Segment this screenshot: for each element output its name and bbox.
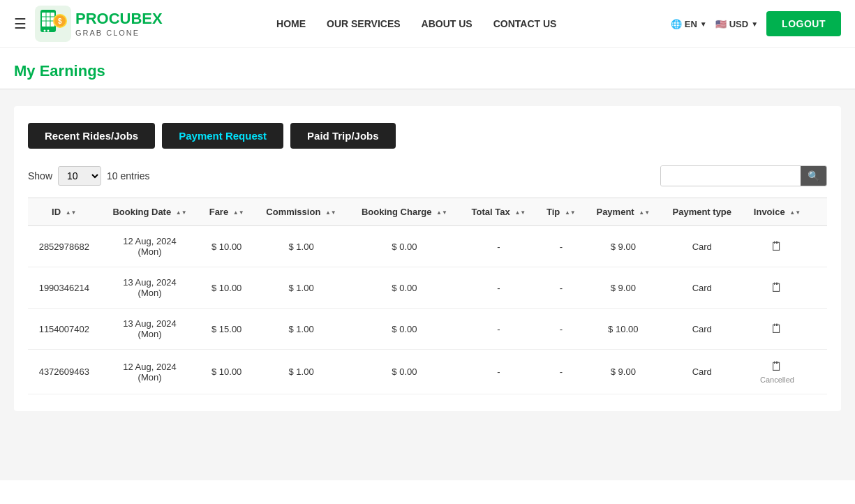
cell-commission: $ 1.00: [254, 226, 348, 267]
sort-arrows-payment[interactable]: ▲▼: [639, 210, 650, 216]
nav-about-us[interactable]: ABOUT US: [422, 18, 473, 29]
col-fare: Fare ▲▼: [199, 198, 254, 226]
invoice-icon[interactable]: 🗒: [771, 322, 783, 336]
cell-id: 1154007402: [28, 309, 101, 350]
cell-total-tax: -: [461, 267, 537, 309]
logo-sub: GRAB CLONE: [75, 29, 163, 38]
sort-arrows-booking-date[interactable]: ▲▼: [176, 210, 187, 216]
lang-label: EN: [685, 19, 697, 29]
cell-booking-date: 12 Aug, 2024(Mon): [101, 350, 200, 394]
cell-booking-date: 12 Aug, 2024(Mon): [101, 226, 200, 267]
sort-arrows-invoice[interactable]: ▲▼: [789, 210, 801, 216]
col-tip: Tip ▲▼: [537, 198, 585, 226]
cell-booking-charge: $ 0.00: [348, 309, 460, 350]
cell-tip: -: [537, 267, 585, 309]
currency-dropdown-arrow: ▼: [751, 20, 758, 28]
nav-our-services[interactable]: OUR SERVICES: [327, 18, 401, 29]
cell-booking-charge: $ 0.00: [348, 350, 460, 394]
sort-arrows-booking-charge[interactable]: ▲▼: [436, 210, 447, 216]
table-row: 1154007402 13 Aug, 2024(Mon) $ 15.00 $ 1…: [28, 309, 827, 350]
tab-paid-trips[interactable]: Paid Trip/Jobs: [290, 123, 396, 149]
sort-arrows-commission[interactable]: ▲▼: [325, 210, 336, 216]
col-extra: [811, 198, 827, 226]
cell-total-tax: -: [461, 226, 537, 267]
earnings-table: ID ▲▼ Booking Date ▲▼ Fare ▲▼ Commission…: [28, 198, 827, 394]
cell-payment-type: Card: [661, 226, 743, 267]
sort-arrows-id[interactable]: ▲▼: [66, 210, 77, 216]
logo-icon: $: [35, 6, 71, 42]
nav-home[interactable]: HOME: [276, 18, 306, 29]
col-commission: Commission ▲▼: [254, 198, 348, 226]
svg-point-11: [47, 30, 50, 32]
tab-recent-rides[interactable]: Recent Rides/Jobs: [28, 123, 155, 149]
cell-invoice: 🗒Cancelled: [743, 350, 811, 394]
lang-dropdown-arrow: ▼: [700, 20, 707, 28]
col-payment-type: Payment type: [661, 198, 743, 226]
cell-fare: $ 15.00: [199, 309, 254, 350]
header: ☰ $ P: [0, 0, 855, 48]
cell-payment: $ 9.00: [586, 350, 662, 394]
language-selector[interactable]: 🌐 EN ▼: [671, 19, 707, 29]
cell-id: 1990346214: [28, 267, 101, 309]
cell-booking-date: 13 Aug, 2024(Mon): [101, 267, 200, 309]
cell-commission: $ 1.00: [254, 267, 348, 309]
sort-arrows-fare[interactable]: ▲▼: [233, 210, 244, 216]
cell-booking-charge: $ 0.00: [348, 267, 460, 309]
cell-payment: $ 9.00: [586, 267, 662, 309]
search-icon: 🔍: [808, 170, 819, 181]
cell-extra: [811, 226, 827, 267]
show-label: Show: [28, 170, 52, 181]
cell-tip: -: [537, 226, 585, 267]
cell-total-tax: -: [461, 350, 537, 394]
logo: $ PROCUBEX GRAB CLONE: [35, 6, 163, 42]
logo-brand-pre: PRO: [75, 10, 109, 27]
svg-rect-2: [42, 13, 54, 27]
cell-payment: $ 10.00: [586, 309, 662, 350]
cell-fare: $ 10.00: [199, 226, 254, 267]
cell-id: 2852978682: [28, 226, 101, 267]
currency-selector[interactable]: 🇺🇸 USD ▼: [715, 19, 758, 29]
table-controls: Show 10 25 50 100 10 entries 🔍: [28, 165, 827, 186]
show-entries: Show 10 25 50 100 10 entries: [28, 166, 150, 186]
cell-booking-charge: $ 0.00: [348, 226, 460, 267]
entries-count: 10 entries: [107, 170, 149, 181]
table-row: 2852978682 12 Aug, 2024(Mon) $ 10.00 $ 1…: [28, 226, 827, 267]
cell-tip: -: [537, 309, 585, 350]
lang-flag: 🌐: [671, 19, 682, 29]
cell-invoice: 🗒: [743, 226, 811, 267]
table-body: 2852978682 12 Aug, 2024(Mon) $ 10.00 $ 1…: [28, 226, 827, 394]
cell-fare: $ 10.00: [199, 350, 254, 394]
cell-extra: [811, 350, 827, 394]
col-booking-charge: Booking Charge ▲▼: [348, 198, 460, 226]
search-input[interactable]: [661, 166, 801, 186]
sort-arrows-total-tax[interactable]: ▲▼: [514, 210, 526, 216]
nav-contact-us[interactable]: CONTACT US: [493, 18, 557, 29]
tabs: Recent Rides/Jobs Payment Request Paid T…: [28, 123, 827, 149]
tab-payment-request[interactable]: Payment Request: [162, 123, 283, 149]
svg-point-10: [44, 30, 46, 32]
cell-extra: [811, 267, 827, 309]
cell-fare: $ 10.00: [199, 267, 254, 309]
logo-brand-post: CUBEX: [109, 10, 163, 27]
cell-invoice: 🗒: [743, 309, 811, 350]
search-button[interactable]: 🔍: [801, 166, 826, 186]
invoice-icon[interactable]: 🗒: [771, 281, 783, 295]
col-id: ID ▲▼: [28, 198, 101, 226]
sort-arrows-tip[interactable]: ▲▼: [565, 210, 576, 216]
col-booking-date: Booking Date ▲▼: [101, 198, 200, 226]
hamburger-icon[interactable]: ☰: [14, 15, 27, 32]
logo-brand: PROCUBEX: [75, 10, 163, 28]
entries-select[interactable]: 10 25 50 100: [58, 166, 101, 186]
cell-commission: $ 1.00: [254, 309, 348, 350]
cell-payment-type: Card: [661, 309, 743, 350]
table-header: ID ▲▼ Booking Date ▲▼ Fare ▲▼ Commission…: [28, 198, 827, 226]
main-content: Recent Rides/Jobs Payment Request Paid T…: [0, 89, 855, 480]
cell-payment-type: Card: [661, 267, 743, 309]
invoice-icon[interactable]: 🗒: [771, 239, 783, 253]
cell-payment: $ 9.00: [586, 226, 662, 267]
svg-text:$: $: [58, 17, 62, 25]
logo-text: PROCUBEX GRAB CLONE: [75, 10, 163, 38]
search-box: 🔍: [660, 165, 827, 186]
cell-id: 4372609463: [28, 350, 101, 394]
logout-button[interactable]: LOGOUT: [766, 11, 841, 36]
